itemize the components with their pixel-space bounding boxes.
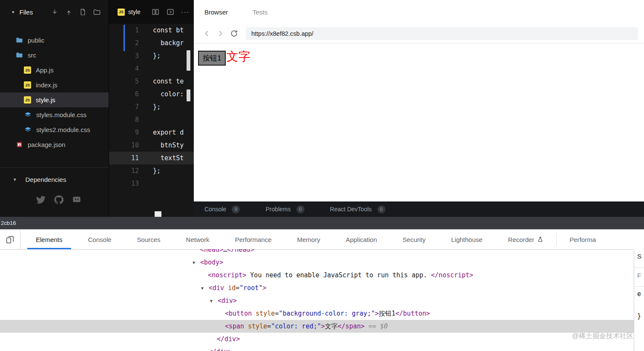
elements-tree-row[interactable]: ▼<body>	[0, 256, 634, 269]
open-preview-icon[interactable]	[166, 8, 174, 16]
file-row-styles-module-css[interactable]: styles.module.css	[0, 107, 109, 122]
tab-label: Lighthouse	[451, 236, 482, 243]
file-row-App-js[interactable]: JSApp.js	[0, 63, 109, 78]
code-line-4[interactable]: 4	[109, 62, 194, 75]
page-button[interactable]: 按钮1	[198, 51, 226, 66]
devtools-tab-security[interactable]: Security	[390, 230, 438, 249]
device-toolbar-icon[interactable]	[6, 235, 14, 244]
preview-nav-buttons	[201, 28, 240, 40]
discord-icon[interactable]	[72, 195, 81, 204]
editor-tab-style-js[interactable]: JS style	[118, 9, 141, 16]
devtools-tab-memory[interactable]: Memory	[285, 230, 333, 249]
elements-tree-row[interactable]: ▼<div id="root">	[0, 282, 634, 294]
code-line-6[interactable]: 6 color:	[109, 88, 194, 101]
editor-tab-label: style	[128, 9, 141, 15]
twitter-icon[interactable]	[36, 195, 46, 204]
code-text: const bt	[139, 26, 184, 34]
reload-icon[interactable]	[228, 28, 240, 40]
devtools-tab-performance[interactable]: Performance	[222, 230, 285, 249]
tab-label: Performa	[569, 236, 596, 243]
file-tree: publicsrcJSApp.jsJSindex.jsJSstyle.jssty…	[0, 33, 109, 152]
elements-tree-row[interactable]: <span style="color: red;">文字</span> == $…	[0, 320, 634, 333]
watermark: @稀土掘金技术社区	[572, 332, 633, 341]
file-row-index-js[interactable]: JSindex.js	[0, 78, 109, 92]
file-row-package-json[interactable]: package.json	[0, 137, 109, 152]
code-line-7[interactable]: 7};	[109, 101, 194, 113]
dependencies-section[interactable]: ▾ Dependencies	[0, 170, 109, 188]
devtools-tab-performa[interactable]: Performa	[557, 230, 609, 249]
elements-tree-row[interactable]: ▼<div>	[0, 294, 634, 307]
new-folder-icon[interactable]	[93, 8, 101, 16]
expand-arrow-icon[interactable]: ▼	[193, 260, 200, 265]
code-line-10[interactable]: 10 btnSty	[109, 139, 194, 152]
code-text: btnSty	[139, 141, 184, 149]
upload-icon[interactable]	[65, 8, 73, 16]
elements-tree-row[interactable]: </div>	[0, 333, 634, 345]
scrollbar-thumb[interactable]	[187, 50, 190, 71]
forward-icon[interactable]	[214, 28, 226, 40]
file-row-public[interactable]: public	[0, 33, 109, 48]
code-text: backgr	[139, 39, 184, 47]
styles-divider	[634, 268, 644, 268]
devtools-tab-elements[interactable]: Elements	[23, 230, 75, 249]
console-bar-label: Console	[204, 206, 226, 213]
chevron-down-icon[interactable]: ▾	[14, 177, 16, 182]
code-line-2[interactable]: 2 backgr	[109, 37, 194, 49]
devtools-tab-application[interactable]: Application	[333, 230, 390, 249]
devtools-tab-console[interactable]: Console	[75, 230, 124, 249]
css-icon	[24, 126, 32, 134]
code-line-12[interactable]: 12};	[109, 164, 194, 177]
scrollbar-thumb[interactable]	[187, 89, 190, 101]
console-bar-item-react-devtools[interactable]: React DevTools0	[330, 205, 385, 213]
code-segment: </button>	[395, 310, 430, 317]
console-bar-item-problems[interactable]: Problems0	[265, 205, 304, 213]
github-icon[interactable]	[54, 195, 63, 204]
expand-arrow-icon[interactable]: ▼	[201, 286, 209, 291]
file-row-styles2-module-css[interactable]: styles2.module.css	[0, 122, 109, 137]
back-icon[interactable]	[201, 28, 213, 40]
code-line-1[interactable]: 1const bt	[109, 24, 194, 37]
js-file-icon: JS	[24, 81, 31, 89]
expand-arrow-icon[interactable]: ▼	[210, 299, 218, 303]
horizontal-scrollbar-thumb[interactable]	[155, 211, 161, 217]
preview-tab-browser[interactable]: Browser	[204, 9, 228, 16]
code-line-3[interactable]: 3};	[109, 49, 194, 62]
code-line-13[interactable]: 13	[109, 177, 194, 190]
filter-input-fragment[interactable]: F	[637, 272, 641, 279]
status-text: 2cb16	[1, 220, 16, 226]
code-segment: </noscript>	[431, 271, 473, 279]
elements-tree-row[interactable]: <head>…</head>	[0, 249, 634, 256]
split-editor-icon[interactable]	[151, 8, 159, 16]
code-line-8[interactable]: 8	[109, 113, 194, 126]
tab-label: Performance	[235, 236, 272, 243]
preview-tab-tests[interactable]: Tests	[253, 9, 267, 16]
devtools-tab-recorder[interactable]: Recorder	[495, 230, 557, 249]
elements-tree-row[interactable]: </div>	[0, 345, 634, 351]
tab-label: Console	[88, 236, 112, 243]
styles-tab-fragment[interactable]: S	[637, 253, 641, 260]
chevron-down-icon[interactable]: ▾	[12, 9, 14, 15]
new-file-icon[interactable]	[79, 8, 87, 16]
more-options-icon[interactable]: ···	[181, 8, 189, 16]
js-file-icon: JS	[24, 96, 31, 104]
editor-code-area[interactable]: 1const bt2 backgr3};45const te6 color:7}…	[109, 24, 194, 190]
elements-tree-row[interactable]: <noscript> You need to enable JavaScript…	[0, 269, 634, 282]
url-bar[interactable]: https://x8ef82.csb.app/	[246, 27, 638, 40]
file-row-src[interactable]: src	[0, 48, 109, 63]
closing-brace-fragment: }	[637, 312, 641, 320]
file-row-style-js[interactable]: JSstyle.js	[0, 92, 109, 107]
devtools-tab-lighthouse[interactable]: Lighthouse	[438, 230, 495, 249]
url-text: https://x8ef82.csb.app/	[251, 30, 313, 37]
code-line-9[interactable]: 9export d	[109, 126, 194, 139]
devtools-tab-bar: ElementsConsoleSourcesNetworkPerformance…	[23, 230, 609, 249]
line-number: 9	[109, 129, 139, 136]
code-line-11[interactable]: 11 textSt	[109, 152, 194, 164]
elements-tree-row[interactable]: <button style="background-color: gray;">…	[0, 307, 634, 320]
code-segment: >	[321, 322, 325, 330]
count-badge: 0	[377, 205, 385, 213]
download-icon[interactable]	[51, 8, 59, 16]
console-bar-item-console[interactable]: Console0	[204, 205, 240, 213]
devtools-tab-network[interactable]: Network	[173, 230, 222, 249]
devtools-tab-sources[interactable]: Sources	[124, 230, 173, 249]
code-line-5[interactable]: 5const te	[109, 75, 194, 88]
